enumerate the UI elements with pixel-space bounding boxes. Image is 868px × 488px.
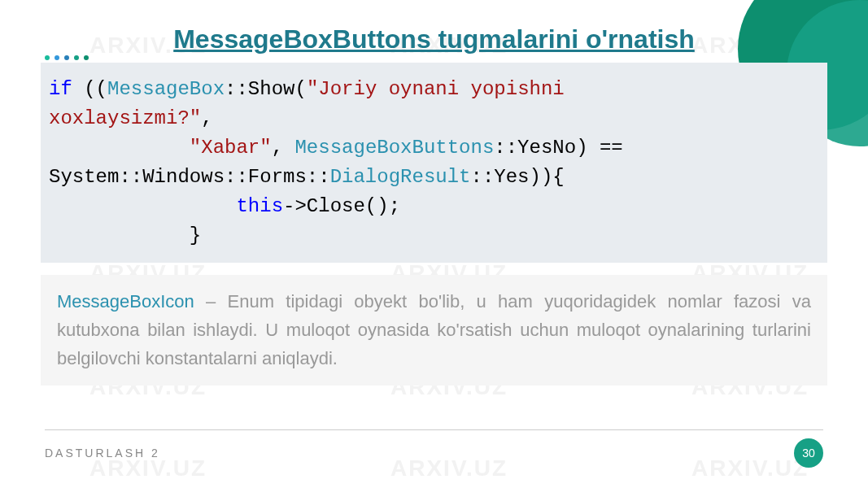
footer-course-name: DASTURLASH 2 [45, 447, 160, 460]
main-content: MessageBoxButtons tugmalarini o'rnatish … [0, 0, 868, 402]
code-line-6: } [49, 221, 819, 251]
page-title: MessageBoxButtons tugmalarini o'rnatish [173, 24, 695, 54]
description-type-name: MessageBoxIcon [57, 291, 194, 312]
decorative-dots [45, 55, 89, 60]
code-block: if ((MessageBox::Show("Joriy oynani yopi… [41, 63, 827, 263]
code-line-2: xoxlaysizmi?", [49, 104, 819, 133]
description-dash: – [194, 291, 228, 312]
page-number: 30 [794, 438, 823, 468]
code-line-3: "Xabar", MessageBoxButtons::YesNo) == [49, 133, 819, 163]
title-section: MessageBoxButtons tugmalarini o'rnatish [41, 24, 827, 54]
description-block: MessageBoxIcon – Enum tipidagi obyekt bo… [41, 275, 827, 386]
footer: DASTURLASH 2 30 [45, 429, 823, 468]
code-line-1: if ((MessageBox::Show("Joriy oynani yopi… [49, 75, 819, 104]
code-line-5: this->Close(); [49, 192, 819, 221]
code-line-4: System::Windows::Forms::DialogResult::Ye… [49, 163, 819, 192]
